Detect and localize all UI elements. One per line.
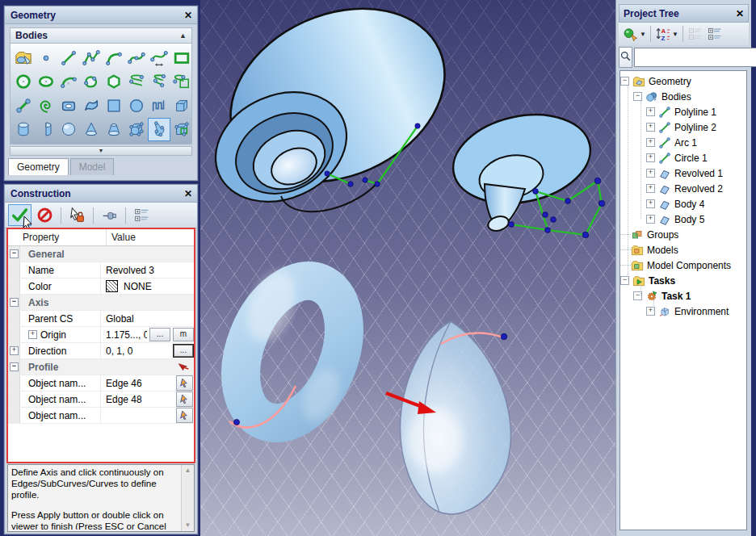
tree-item-tasks[interactable]: −Tasks [620, 273, 746, 288]
tree-item-model-components[interactable]: Model Components [620, 258, 746, 273]
tree-expander-icon[interactable]: + [646, 199, 655, 208]
cone-tool[interactable] [80, 118, 103, 141]
close-icon[interactable]: ✕ [184, 189, 192, 199]
sphere-tool[interactable] [57, 118, 80, 141]
funnel-cone[interactable] [445, 103, 598, 232]
expander-icon[interactable]: − [10, 249, 19, 258]
helix-frame-tool[interactable] [170, 70, 193, 94]
tree-item-label[interactable]: Geometry [649, 76, 691, 87]
search-input[interactable] [635, 49, 756, 65]
tree-item-environment[interactable]: +Environment [620, 304, 746, 319]
polyline-tool[interactable] [80, 46, 103, 69]
expander-icon[interactable]: − [10, 362, 19, 371]
tree-expander-icon[interactable]: − [633, 92, 642, 101]
box-edit-tool[interactable] [170, 118, 193, 141]
chevron-down-icon[interactable]: ▼ [640, 31, 646, 38]
cylinder-tool[interactable] [12, 118, 35, 141]
tree-expander-icon[interactable]: + [646, 169, 655, 178]
rectangle-tool[interactable] [170, 46, 193, 69]
pick-object-button[interactable] [176, 408, 193, 423]
search-combo[interactable]: ▼ [634, 48, 756, 67]
circle-tool[interactable] [12, 70, 35, 94]
tree-item-polyline-1[interactable]: +Polyline 1 [620, 104, 746, 119]
property-value[interactable]: NONE [101, 278, 194, 294]
palette-collapse-strip[interactable]: ▼ [10, 146, 192, 156]
arc-tool[interactable] [103, 46, 125, 69]
project-tree-titlebar[interactable]: Project Tree ✕ [619, 4, 749, 23]
tree-expander-icon[interactable]: + [646, 153, 655, 162]
display-options-button[interactable]: ▼ [621, 24, 648, 44]
spiral-tool[interactable] [35, 94, 57, 117]
tree-item-label[interactable]: Tasks [649, 275, 675, 287]
tab-model[interactable]: Model [70, 158, 115, 175]
tree-expander-icon[interactable]: − [620, 77, 629, 86]
sort-button[interactable]: AZ▼ [653, 24, 680, 44]
sketch-plane-tool[interactable] [12, 46, 35, 69]
tree-item-label[interactable]: Model Components [647, 260, 731, 271]
curve-length-tool[interactable] [148, 46, 170, 69]
ellipse-tool[interactable] [35, 70, 57, 94]
tree-item-label[interactable]: Polyline 2 [674, 122, 716, 133]
half-cylinder-tool[interactable] [35, 118, 57, 141]
tree-expander-icon[interactable]: + [646, 215, 655, 224]
tree-expander-icon[interactable]: + [646, 107, 655, 116]
help-scrollbar[interactable]: ▲ ▼ [181, 465, 194, 531]
tree-item-circle-1[interactable]: +Circle 1 [620, 150, 746, 165]
line-tool[interactable] [57, 46, 80, 69]
tree-item-groups[interactable]: Groups [620, 227, 746, 242]
surface-patch-tool[interactable] [80, 94, 103, 117]
tree-item-polyline-2[interactable]: +Polyline 2 [620, 119, 746, 135]
property-value[interactable]: Edge 48 [101, 392, 194, 407]
tree-item-label[interactable]: Task 1 [662, 291, 691, 302]
color-swatch[interactable] [106, 280, 118, 292]
expand-all-button[interactable] [705, 24, 724, 44]
box-tool[interactable] [170, 94, 193, 117]
tree-item-body-5[interactable]: +Body 5 [620, 211, 746, 227]
property-value[interactable]: Global [101, 311, 194, 326]
half-dome[interactable] [386, 321, 510, 514]
plate-tool[interactable] [57, 94, 80, 117]
property-value[interactable]: Revolved 3 [101, 262, 194, 278]
torus[interactable] [221, 265, 363, 438]
helix-tool[interactable] [125, 70, 148, 94]
loft-tool[interactable] [148, 118, 170, 141]
tree-item-models[interactable]: Models [620, 242, 746, 258]
pick-object-button[interactable] [176, 375, 193, 391]
expander-icon[interactable]: + [10, 346, 19, 355]
tab-geometry[interactable]: Geometry [8, 158, 69, 175]
helix-taper-tool[interactable] [148, 70, 170, 94]
tree-item-label[interactable]: Revolved 2 [674, 183, 723, 195]
project-tree[interactable]: −Geometry−Bodies+Polyline 1+Polyline 2+A… [620, 70, 747, 530]
scroll-down-icon[interactable]: ▼ [182, 520, 194, 531]
scroll-up-icon[interactable]: ▲ [182, 465, 194, 476]
tree-item-task-1[interactable]: −Task 1 [620, 288, 746, 304]
tree-item-label[interactable]: Body 5 [674, 214, 704, 225]
property-value[interactable] [101, 408, 194, 423]
tree-item-geometry[interactable]: −Geometry [620, 73, 746, 89]
geometry-palette-titlebar[interactable]: Geometry ✕ [5, 6, 197, 24]
direction-more-button[interactable]: ... [173, 344, 194, 358]
tree-item-label[interactable]: Models [647, 245, 678, 256]
block-points-tool[interactable] [125, 118, 148, 141]
profile-tool[interactable] [148, 94, 170, 117]
tree-item-label[interactable]: Polyline 1 [674, 107, 716, 118]
tree-expander-icon[interactable]: + [646, 123, 655, 132]
plane-rectangle-tool[interactable] [103, 94, 125, 117]
tree-item-revolved-1[interactable]: +Revolved 1 [620, 165, 746, 181]
tree-expander-icon[interactable]: + [646, 138, 655, 147]
collapse-section-icon[interactable]: ▲ [179, 31, 187, 40]
viewport-scene[interactable] [200, 0, 615, 536]
stepped-cylinder[interactable] [200, 0, 472, 222]
pick-object-button[interactable] [176, 392, 193, 407]
tree-item-label[interactable]: Circle 1 [674, 153, 708, 164]
construction-titlebar[interactable]: Construction ✕ [5, 185, 197, 203]
search-button[interactable] [619, 47, 632, 68]
origin-more-button[interactable]: ... [149, 328, 170, 341]
polygon-tool[interactable] [103, 70, 125, 94]
tree-item-arc-1[interactable]: +Arc 1 [620, 135, 746, 150]
tree-item-label[interactable]: Environment [674, 306, 729, 317]
tree-item-label[interactable]: Groups [647, 229, 678, 241]
tree-expander-icon[interactable]: + [646, 184, 655, 193]
tree-item-revolved-2[interactable]: +Revolved 2 [620, 181, 746, 196]
options-button[interactable] [130, 204, 153, 226]
